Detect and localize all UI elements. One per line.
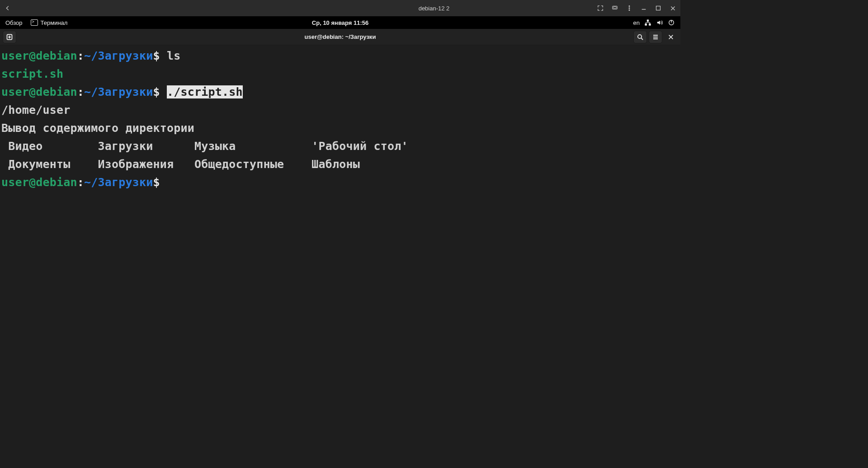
- close-icon[interactable]: [669, 4, 677, 12]
- space: [160, 85, 167, 98]
- svg-rect-7: [645, 24, 647, 26]
- close-terminal-button[interactable]: [664, 31, 678, 43]
- volume-icon[interactable]: [656, 19, 663, 26]
- network-icon[interactable]: [644, 19, 651, 26]
- hamburger-menu-button[interactable]: [649, 31, 662, 43]
- activities-button[interactable]: Обзор: [5, 19, 23, 26]
- minimize-icon[interactable]: [640, 4, 648, 12]
- back-icon[interactable]: [4, 4, 12, 12]
- command-ls-text: ls: [167, 49, 181, 62]
- ls-output: script.sh: [1, 67, 63, 80]
- maximize-icon[interactable]: [654, 4, 662, 12]
- prompt-sep: :: [77, 85, 84, 98]
- prompt-dollar: $: [153, 176, 160, 189]
- fullscreen-icon[interactable]: [596, 4, 604, 12]
- prompt-sep: :: [77, 176, 84, 189]
- svg-point-3: [629, 8, 630, 9]
- svg-point-2: [629, 5, 630, 6]
- cursor-area[interactable]: [160, 176, 167, 189]
- output-heading: Вывод содержимого директории: [1, 122, 194, 135]
- output-row-2: Документы Изображения Общедоступные Шабл…: [1, 158, 360, 171]
- terminal-app-icon: [31, 19, 38, 26]
- svg-rect-6: [647, 20, 649, 22]
- vm-title: debian-12 2: [419, 5, 450, 12]
- svg-rect-8: [649, 24, 651, 26]
- output-row-1: Видео Загрузки Музыка 'Рабочий стол': [1, 140, 408, 153]
- svg-rect-5: [656, 6, 660, 10]
- power-icon[interactable]: [668, 19, 675, 26]
- svg-point-4: [629, 9, 630, 10]
- vm-titlebar: debian-12 2: [0, 0, 680, 16]
- output-home-path: /home/user: [1, 103, 71, 117]
- gnome-top-bar: Обзор Терминал Ср, 10 января 11:56 en: [0, 16, 680, 29]
- prompt-path: ~/Загрузки: [84, 176, 153, 189]
- new-tab-button[interactable]: [3, 31, 16, 43]
- command-script-highlight: ./script.sh: [167, 85, 243, 98]
- search-button[interactable]: [633, 31, 647, 43]
- svg-point-11: [638, 34, 642, 38]
- terminal-headerbar: user@debian: ~/Загрузки: [0, 29, 680, 45]
- clock[interactable]: Ср, 10 января 11:56: [312, 19, 368, 26]
- terminal-title: user@debian: ~/Загрузки: [305, 33, 376, 40]
- prompt-dollar: $: [153, 85, 160, 98]
- app-menu[interactable]: Терминал: [31, 19, 68, 26]
- svg-rect-1: [613, 7, 617, 9]
- terminal-content[interactable]: user@debian:~/Загрузки$ ls script.sh use…: [0, 45, 680, 192]
- prompt-path: ~/Загрузки: [84, 85, 153, 98]
- app-name: Терминал: [41, 19, 68, 26]
- prompt-path: ~/Загрузки: [84, 49, 153, 62]
- prompt-user: user@debian: [1, 176, 77, 189]
- keyboard-layout-indicator[interactable]: en: [633, 19, 640, 26]
- display-icon[interactable]: [611, 4, 619, 12]
- kebab-menu-icon[interactable]: [625, 4, 633, 12]
- command-ls: [160, 49, 167, 62]
- prompt-sep: :: [77, 49, 84, 62]
- prompt-user: user@debian: [1, 85, 77, 98]
- prompt-user: user@debian: [1, 49, 77, 62]
- prompt-dollar: $: [153, 49, 160, 62]
